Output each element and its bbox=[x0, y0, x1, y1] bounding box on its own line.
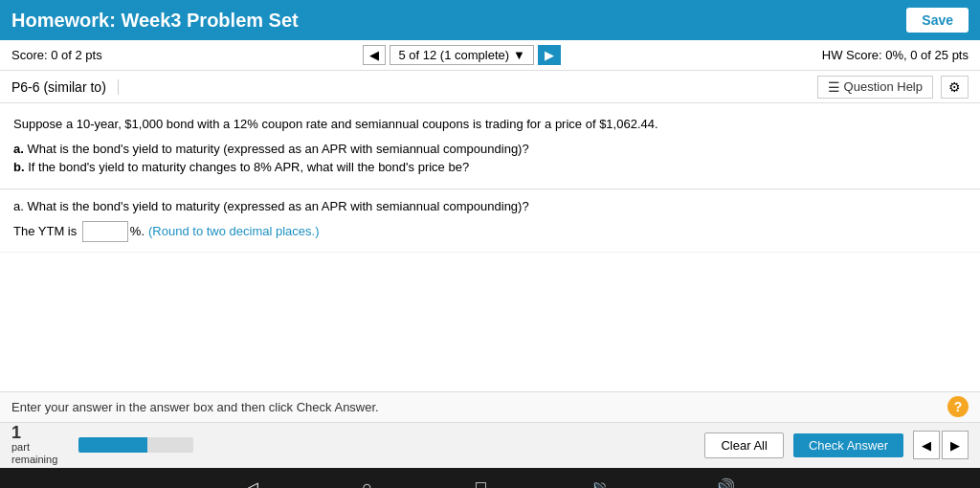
prev-part-button[interactable]: ◀ bbox=[913, 431, 940, 459]
main-area bbox=[0, 253, 980, 391]
top-header: Homework: Week3 Problem Set Save bbox=[0, 0, 980, 40]
nav-arrows: ◀ ▶ bbox=[913, 431, 969, 459]
enter-answer-text: Enter your answer in the answer box and … bbox=[11, 400, 379, 414]
right-tools: ☰ Question Help ⚙ bbox=[817, 76, 969, 99]
part-label-text: part bbox=[11, 441, 30, 453]
android-home-button[interactable]: ○ bbox=[358, 474, 376, 488]
android-recents-button[interactable]: □ bbox=[472, 474, 490, 488]
clear-all-button[interactable]: Clear All bbox=[704, 433, 783, 458]
part-number: 1 bbox=[11, 424, 69, 441]
sub-question-b: b. If the bond's yield to maturity chang… bbox=[13, 158, 967, 177]
android-volume-up-button[interactable]: 🔊 bbox=[710, 474, 739, 489]
hw-score-value: 0%, 0 of 25 pts bbox=[885, 48, 969, 62]
hw-score-display: HW Score: 0%, 0 of 25 pts bbox=[822, 48, 969, 62]
problem-text: Suppose a 10-year, $1,000 bond with a 12… bbox=[13, 115, 967, 134]
next-part-button[interactable]: ▶ bbox=[942, 431, 969, 459]
progress-bar-background bbox=[78, 437, 193, 453]
question-help-button[interactable]: ☰ Question Help bbox=[817, 76, 933, 99]
check-answer-button[interactable]: Check Answer bbox=[793, 433, 903, 457]
save-button[interactable]: Save bbox=[906, 8, 969, 33]
sub-b-label: b. If the bond's yield to maturity chang… bbox=[13, 160, 469, 174]
nav-area: ◀ 5 of 12 (1 complete) ▼ ▶ bbox=[363, 45, 561, 65]
progress-bar-container bbox=[78, 437, 695, 453]
android-back-button[interactable]: ◁ bbox=[241, 474, 262, 489]
sub-a-label: a. What is the bond's yield to maturity … bbox=[13, 142, 529, 156]
nav-forward-button[interactable]: ▶ bbox=[538, 45, 561, 65]
help-icon[interactable]: ? bbox=[947, 396, 969, 417]
answer-suffix: %. bbox=[130, 224, 145, 238]
problem-title-bar: P6-6 (similar to) ☰ Question Help ⚙ bbox=[0, 71, 980, 103]
enter-answer-bar: Enter your answer in the answer box and … bbox=[0, 391, 980, 422]
score-display: Score: 0 of 2 pts bbox=[11, 48, 102, 62]
score-bar: Score: 0 of 2 pts ◀ 5 of 12 (1 complete)… bbox=[0, 40, 980, 71]
remaining-label-text: remaining bbox=[11, 454, 57, 465]
progress-dropdown-icon: ▼ bbox=[513, 48, 525, 62]
android-volume-down-button[interactable]: 🔉 bbox=[586, 474, 614, 489]
sub-b-text: If the bond's yield to maturity changes … bbox=[28, 160, 469, 174]
android-nav-bar: ◁ ○ □ 🔉 🔊 bbox=[0, 468, 980, 489]
round-note: (Round to two decimal places.) bbox=[148, 224, 319, 238]
list-icon: ☰ bbox=[828, 79, 840, 95]
settings-button[interactable]: ⚙ bbox=[941, 76, 969, 99]
progress-select[interactable]: 5 of 12 (1 complete) ▼ bbox=[390, 45, 534, 65]
sub-a-text: What is the bond's yield to maturity (ex… bbox=[27, 142, 528, 156]
problem-content: Suppose a 10-year, $1,000 bond with a 12… bbox=[0, 103, 980, 189]
score-label: Score: bbox=[11, 48, 48, 62]
ytm-input[interactable] bbox=[82, 221, 128, 242]
page-title: Homework: Week3 Problem Set bbox=[11, 10, 299, 32]
answer-prefix: The YTM is bbox=[13, 224, 77, 238]
nav-back-button[interactable]: ◀ bbox=[363, 45, 386, 65]
part-info: 1 part remaining bbox=[11, 424, 69, 466]
hw-score-label: HW Score: bbox=[822, 48, 882, 62]
part-label: part remaining bbox=[11, 441, 69, 466]
progress-text: 5 of 12 (1 complete) bbox=[398, 48, 509, 62]
score-value: 0 of 2 pts bbox=[51, 48, 101, 62]
problem-id: P6-6 (similar to) bbox=[11, 79, 119, 95]
bottom-action-bar: 1 part remaining Clear All Check Answer … bbox=[0, 422, 980, 468]
question-help-label: Question Help bbox=[844, 79, 923, 94]
answer-row: The YTM is %. (Round to two decimal plac… bbox=[13, 221, 967, 242]
part-a-label: a. What is the bond's yield to maturity … bbox=[13, 199, 967, 213]
progress-bar-fill bbox=[78, 437, 147, 453]
sub-question-a: a. What is the bond's yield to maturity … bbox=[13, 140, 967, 159]
part-question: a. What is the bond's yield to maturity … bbox=[0, 189, 980, 253]
